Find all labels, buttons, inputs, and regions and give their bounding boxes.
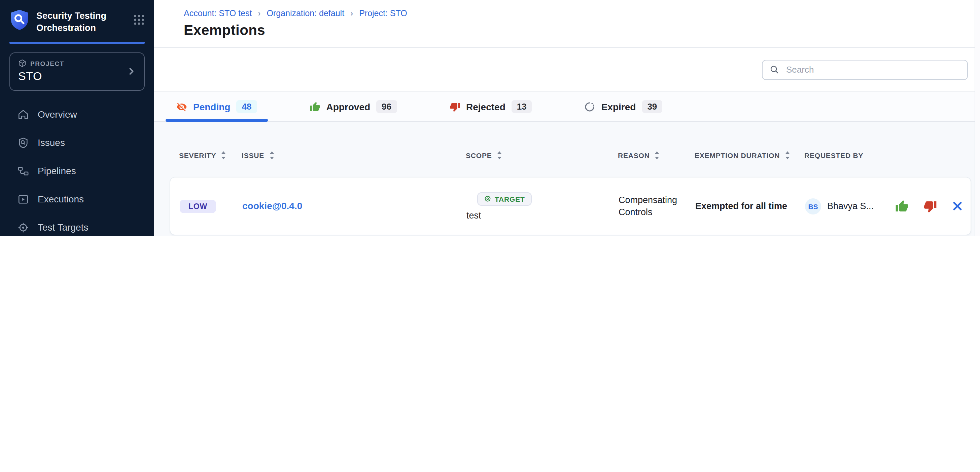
chevron-right-icon bbox=[127, 67, 136, 76]
tabs: Pending 48 Approved 96 Rejected 13 Expir… bbox=[154, 92, 980, 122]
breadcrumb-account[interactable]: Account: STO test bbox=[184, 9, 252, 18]
column-header-requested-by: REQUESTED BY bbox=[804, 151, 882, 159]
sort-icon bbox=[221, 151, 226, 159]
page-title: Exemptions bbox=[184, 22, 980, 38]
sidebar: Security Testing Orchestration PROJECT S… bbox=[0, 0, 154, 236]
tab-count-badge: 39 bbox=[642, 100, 662, 113]
sort-icon bbox=[784, 151, 790, 159]
sort-icon bbox=[497, 151, 502, 159]
home-icon bbox=[18, 109, 29, 120]
brand-accent-bar bbox=[10, 42, 145, 44]
tab-label: Pending bbox=[193, 101, 230, 112]
target-icon bbox=[484, 195, 492, 203]
column-label: EXEMPTION DURATION bbox=[695, 151, 780, 159]
tab-approved[interactable]: Approved 96 bbox=[299, 92, 407, 121]
search-icon bbox=[769, 65, 780, 74]
thumbs-down-icon bbox=[923, 200, 937, 213]
column-header-exemption-duration[interactable]: EXEMPTION DURATION bbox=[695, 151, 804, 159]
sidebar-item-label: Issues bbox=[38, 137, 65, 148]
tab-rejected[interactable]: Rejected 13 bbox=[439, 92, 543, 121]
sidebar-item-label: Overview bbox=[38, 109, 77, 120]
breadcrumb-project[interactable]: Project: STO bbox=[359, 9, 407, 18]
project-selector-label: PROJECT bbox=[30, 60, 64, 67]
thumbs-up-icon bbox=[895, 200, 908, 213]
column-label: ISSUE bbox=[242, 151, 264, 159]
scope-value: test bbox=[466, 210, 481, 220]
exemption-duration-cell: Exempted for all time bbox=[695, 200, 805, 212]
sidebar-item-pipelines[interactable]: Pipelines bbox=[0, 157, 154, 185]
target-crosshair-icon bbox=[18, 222, 29, 233]
column-header-issue[interactable]: ISSUE bbox=[242, 151, 466, 159]
table-body: LOW cookie@0.4.0 TARGET test Compensatin… bbox=[170, 177, 971, 236]
search-box bbox=[762, 60, 968, 80]
sort-icon bbox=[655, 151, 660, 159]
exemptions-table: SEVERITY ISSUE SCOPE REASON EXEMPTION DU… bbox=[154, 122, 975, 236]
reason-cell: Compensating Controls bbox=[619, 194, 695, 218]
sidebar-item-label: Test Targets bbox=[38, 222, 88, 233]
sort-icon bbox=[269, 151, 274, 159]
tab-label: Rejected bbox=[466, 101, 506, 112]
breadcrumb: Account: STO test › Organization: defaul… bbox=[184, 9, 980, 18]
play-box-icon bbox=[18, 193, 29, 205]
avatar: BS bbox=[805, 198, 821, 214]
breadcrumb-separator-icon: › bbox=[258, 9, 261, 18]
requester-name: Bhavya S... bbox=[827, 201, 873, 211]
tab-count-badge: 48 bbox=[236, 100, 257, 113]
project-selector-value: STO bbox=[18, 70, 127, 83]
app-title: Security Testing Orchestration bbox=[37, 9, 127, 33]
table-header: SEVERITY ISSUE SCOPE REASON EXEMPTION DU… bbox=[170, 151, 971, 159]
scrollbar-track[interactable] bbox=[975, 0, 980, 236]
cancel-request-button[interactable] bbox=[952, 200, 963, 212]
scope-type-label: TARGET bbox=[495, 195, 525, 203]
severity-badge: LOW bbox=[180, 200, 216, 213]
app-grid-icon[interactable] bbox=[133, 14, 145, 28]
search-input[interactable] bbox=[785, 64, 961, 75]
thumbs-down-icon bbox=[449, 101, 460, 112]
sto-shield-logo-icon bbox=[10, 9, 30, 33]
breadcrumb-separator-icon: › bbox=[350, 9, 353, 18]
reject-button[interactable] bbox=[923, 200, 937, 213]
scope-cell: TARGET test bbox=[466, 192, 619, 220]
cube-icon bbox=[18, 59, 26, 67]
scope-badge: TARGET bbox=[477, 192, 532, 205]
issue-cell: cookie@0.4.0 bbox=[242, 199, 466, 213]
brand-header: Security Testing Orchestration bbox=[0, 0, 154, 40]
project-selector[interactable]: PROJECT STO bbox=[10, 52, 145, 91]
table-row: LOW cookie@0.4.0 TARGET test Compensatin… bbox=[170, 177, 971, 235]
sidebar-item-issues[interactable]: Issues bbox=[0, 128, 154, 157]
expired-clock-icon bbox=[585, 101, 595, 112]
approve-button[interactable] bbox=[895, 200, 908, 213]
tab-label: Expired bbox=[601, 101, 636, 112]
sidebar-nav: Overview Issues Pipelines Executions Tes… bbox=[0, 100, 154, 236]
shield-search-icon bbox=[18, 137, 29, 148]
tab-count-badge: 96 bbox=[376, 100, 397, 113]
tab-label: Approved bbox=[326, 101, 370, 112]
sidebar-item-label: Pipelines bbox=[38, 165, 76, 176]
tab-count-badge: 13 bbox=[512, 100, 532, 113]
sidebar-item-label: Executions bbox=[38, 194, 84, 204]
eye-slash-icon bbox=[177, 101, 187, 112]
thumbs-up-icon bbox=[309, 101, 320, 112]
column-header-scope[interactable]: SCOPE bbox=[466, 151, 618, 159]
column-header-reason[interactable]: REASON bbox=[618, 151, 695, 159]
toolbar bbox=[154, 48, 980, 92]
requested-by-cell: BS Bhavya S... bbox=[805, 198, 883, 214]
column-label: REASON bbox=[618, 151, 650, 159]
column-label: SCOPE bbox=[466, 151, 492, 159]
tab-expired[interactable]: Expired 39 bbox=[574, 92, 673, 121]
close-x-icon bbox=[952, 200, 963, 212]
row-actions bbox=[883, 200, 963, 213]
column-header-severity[interactable]: SEVERITY bbox=[179, 151, 242, 159]
breadcrumb-organization[interactable]: Organization: default bbox=[267, 9, 344, 18]
sidebar-item-overview[interactable]: Overview bbox=[0, 100, 154, 128]
issue-link[interactable]: cookie@0.4.0 bbox=[242, 199, 302, 213]
column-label: SEVERITY bbox=[179, 151, 216, 159]
sidebar-item-executions[interactable]: Executions bbox=[0, 185, 154, 213]
severity-cell: LOW bbox=[180, 200, 242, 213]
main-content: Account: STO test › Organization: defaul… bbox=[154, 0, 980, 236]
app-root: Security Testing Orchestration PROJECT S… bbox=[0, 0, 980, 236]
tab-pending[interactable]: Pending 48 bbox=[165, 92, 267, 121]
sidebar-item-test-targets[interactable]: Test Targets bbox=[0, 213, 154, 236]
page-header: Account: STO test › Organization: defaul… bbox=[154, 0, 980, 48]
pipeline-icon bbox=[18, 165, 29, 176]
